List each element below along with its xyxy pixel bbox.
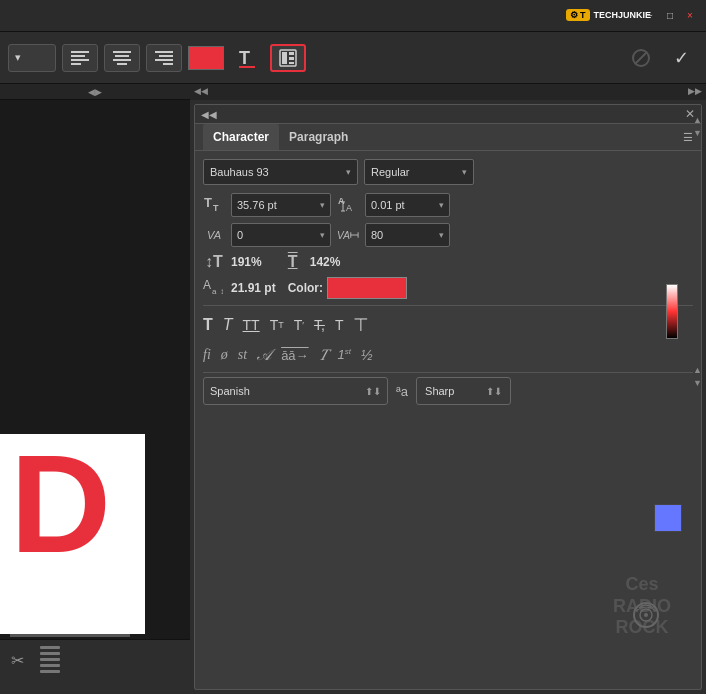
kerning-icon: VA bbox=[203, 229, 225, 241]
svg-rect-18 bbox=[289, 62, 294, 64]
svg-rect-7 bbox=[117, 63, 127, 65]
svg-text:T: T bbox=[213, 203, 219, 213]
tab-character[interactable]: Character bbox=[203, 124, 279, 150]
tracking-value: 80 bbox=[371, 229, 383, 241]
font-style-dropdown[interactable]: Regular ▾ bbox=[364, 159, 474, 185]
side-arrows-2: ▲▼ bbox=[693, 364, 702, 389]
font-size-svg-icon: T T bbox=[204, 195, 224, 213]
horiz-scale-icon: T bbox=[282, 253, 304, 271]
canvas-letter: D bbox=[10, 434, 111, 574]
svg-point-38 bbox=[644, 613, 648, 617]
toolbar: ▾ T bbox=[0, 32, 706, 84]
side-arrows: ▲▼ bbox=[693, 114, 702, 139]
antialiasing-value: Sharp bbox=[425, 385, 454, 397]
svg-rect-11 bbox=[163, 63, 173, 65]
leading-icon: A A bbox=[337, 195, 359, 215]
svg-rect-1 bbox=[71, 55, 85, 57]
language-dropdown[interactable]: Spanish ⬆⬇ bbox=[203, 377, 388, 405]
gradient-swatch bbox=[666, 284, 678, 339]
svg-line-20 bbox=[635, 52, 647, 64]
blue-swatch[interactable] bbox=[654, 504, 682, 532]
font-name-dropdown[interactable]: Bauhaus 93 ▾ bbox=[203, 159, 358, 185]
panel-left-arrows: ◀◀ bbox=[201, 109, 217, 120]
ligature-italic-T: 𝑇 bbox=[319, 346, 328, 364]
canvas-area: ◀▶ D ✂ bbox=[0, 84, 190, 694]
panel-toggle-button[interactable] bbox=[270, 44, 306, 72]
underline-button[interactable]: ⊤ bbox=[353, 314, 369, 336]
panel-menu-icon[interactable]: ☰ bbox=[683, 131, 693, 144]
svg-rect-16 bbox=[289, 52, 294, 55]
align-left-button[interactable] bbox=[62, 44, 98, 72]
svg-rect-5 bbox=[115, 55, 129, 57]
font-style-value: Regular bbox=[371, 166, 410, 178]
antialiasing-dropdown[interactable]: Sharp ⬆⬇ bbox=[416, 377, 511, 405]
font-size-input[interactable]: 35.76 pt ▾ bbox=[231, 193, 331, 217]
panel-toggle-icon bbox=[278, 48, 298, 68]
toolbar-dropdown-value: ▾ bbox=[15, 51, 21, 64]
tracking-svg-icon: VA bbox=[337, 226, 359, 244]
title-bar: ⚙ T TECHJUNKIE − □ × bbox=[0, 0, 706, 32]
italic-type-button[interactable]: T bbox=[223, 316, 233, 334]
allcaps-button[interactable]: T bbox=[335, 317, 344, 333]
top-arrows-strip: ◀◀ ▶▶ bbox=[190, 84, 706, 100]
svg-rect-9 bbox=[159, 55, 173, 57]
radio-circle-svg bbox=[631, 600, 661, 630]
no-action-button bbox=[624, 44, 658, 72]
main-area: ◀▶ D ✂ ◀◀ ▶▶ bbox=[0, 84, 706, 694]
baseline-item: A a ↕ 21.91 pt bbox=[203, 278, 276, 298]
align-right-icon bbox=[155, 51, 173, 65]
vert-scale-icon: ↕T bbox=[203, 253, 225, 271]
align-center-button[interactable] bbox=[104, 44, 140, 72]
canvas-underline bbox=[10, 634, 130, 637]
svg-text:A: A bbox=[346, 203, 352, 213]
color-label: Color: bbox=[288, 281, 323, 295]
tab-paragraph[interactable]: Paragraph bbox=[279, 124, 358, 150]
subscript-T-button[interactable]: TT bbox=[270, 317, 284, 333]
radio-icon bbox=[631, 600, 661, 634]
canvas-top-strip: ◀▶ bbox=[0, 84, 190, 100]
align-center-icon bbox=[113, 51, 131, 65]
tracking-input[interactable]: 80 ▾ bbox=[365, 223, 450, 247]
watermark-line-1: Ces bbox=[613, 574, 671, 596]
double-underline-button[interactable]: TT bbox=[243, 317, 260, 333]
left-arrows-strip: ◀◀ bbox=[194, 86, 208, 98]
font-size-icon: T T bbox=[203, 195, 225, 216]
no-action-icon bbox=[630, 47, 652, 69]
align-right-button[interactable] bbox=[146, 44, 182, 72]
font-name-value: Bauhaus 93 bbox=[210, 166, 269, 178]
ligature-fi: fi bbox=[203, 347, 211, 363]
text-tool-icon: T bbox=[237, 47, 257, 69]
horiz-scale-item: T 142% bbox=[282, 253, 341, 271]
lang-dropdown-arrows: ⬆⬇ bbox=[365, 386, 381, 397]
svg-text:T: T bbox=[239, 48, 250, 68]
toolbar-dropdown[interactable]: ▾ bbox=[8, 44, 56, 72]
color-swatch-toolbar[interactable] bbox=[188, 46, 224, 70]
svg-rect-2 bbox=[71, 59, 89, 61]
ligature-script-A: 𝒜 bbox=[257, 346, 271, 364]
vert-scale-item: ↕T 191% bbox=[203, 253, 262, 271]
kerning-input[interactable]: 0 ▾ bbox=[231, 223, 331, 247]
type-style-row: T T TT TT T′ T, T ⊤ bbox=[203, 310, 693, 340]
ligature-fraction: ½ bbox=[361, 347, 373, 363]
settings-icon[interactable]: ✂ bbox=[6, 646, 34, 674]
close-button[interactable]: × bbox=[682, 8, 698, 24]
bottom-toolbar: ✂ bbox=[0, 639, 190, 694]
kerning-value: 0 bbox=[237, 229, 243, 241]
confirm-button[interactable]: ✓ bbox=[664, 44, 698, 72]
svg-rect-6 bbox=[113, 59, 131, 61]
svg-text:a: a bbox=[212, 287, 217, 296]
bold-type-button[interactable]: T bbox=[203, 316, 213, 334]
svg-text:A: A bbox=[338, 196, 345, 206]
strikethrough-button[interactable]: T, bbox=[314, 317, 325, 333]
leading-input[interactable]: 0.01 pt ▾ bbox=[365, 193, 450, 217]
color-swatch[interactable] bbox=[327, 277, 407, 299]
superscript-T-button[interactable]: T′ bbox=[294, 317, 304, 333]
font-size-value: 35.76 pt bbox=[237, 199, 277, 211]
leading-arrow: ▾ bbox=[439, 200, 444, 210]
text-tool-button[interactable]: T bbox=[230, 44, 264, 72]
svg-text:A: A bbox=[203, 278, 211, 292]
kerning-row: VA 0 ▾ VA 80 bbox=[203, 223, 693, 247]
maximize-button[interactable]: □ bbox=[662, 8, 678, 24]
ligature-aa-arrow: āā→ bbox=[281, 348, 308, 363]
wrench-icon: ✂ bbox=[9, 649, 31, 671]
